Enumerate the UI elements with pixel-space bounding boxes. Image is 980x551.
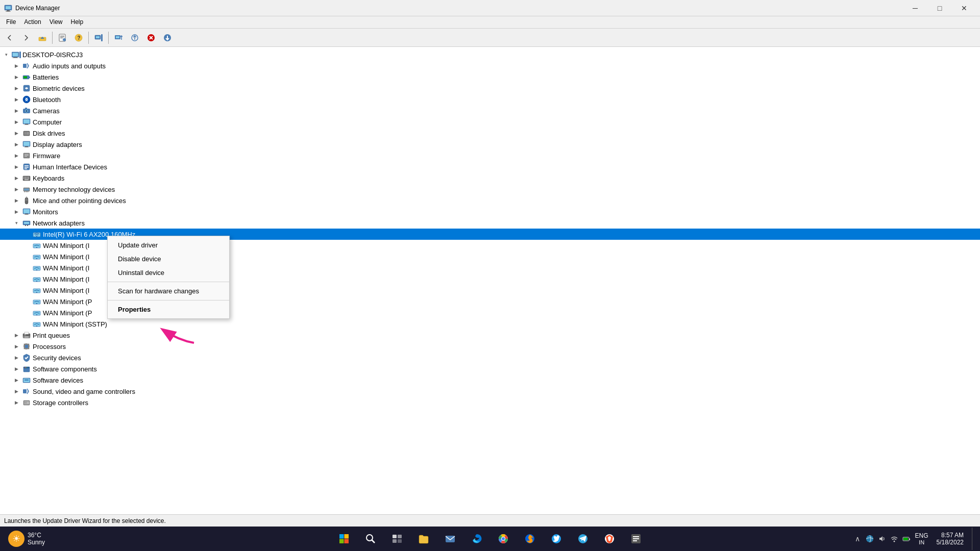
cameras-expander[interactable]: ▶ <box>12 107 20 115</box>
audio-expander[interactable]: ▶ <box>12 62 20 70</box>
context-menu-properties[interactable]: Properties <box>108 303 229 316</box>
scan-changes-button[interactable] <box>111 31 126 45</box>
mice-expander[interactable]: ▶ <box>12 196 20 205</box>
tree-item-keyboards[interactable]: ▶ Keyboards <box>0 172 980 184</box>
context-menu-disable-device[interactable]: Disable device <box>108 252 229 266</box>
tray-chevron[interactable]: ∧ <box>853 534 862 543</box>
firmware-expander[interactable]: ▶ <box>12 152 20 160</box>
clock[interactable]: 8:57 AM 5/18/2022 <box>933 530 968 548</box>
root-expander[interactable]: ▾ <box>2 51 10 59</box>
tray-wifi[interactable] <box>890 534 899 543</box>
printqueues-expander[interactable]: ▶ <box>12 331 20 339</box>
tree-item-audio[interactable]: ▶ Audio inputs and outputs <box>0 60 980 71</box>
tree-root[interactable]: ▾ DESKTOP-0ISRCJ3 <box>0 49 980 60</box>
language-indicator[interactable]: ENG IN <box>915 532 928 545</box>
tree-item-softcomponents[interactable]: ▶ Software components <box>0 363 980 374</box>
tree-item-cameras[interactable]: ▶ Cameras <box>0 105 980 116</box>
taskview-button[interactable] <box>386 528 408 550</box>
tree-item-firmware[interactable]: ▶ Firmware <box>0 150 980 161</box>
batteries-expander[interactable]: ▶ <box>12 73 20 81</box>
svg-point-129 <box>28 403 29 404</box>
update-driver-button[interactable] <box>127 31 142 45</box>
firefox-button[interactable] <box>519 528 541 550</box>
edge-button[interactable] <box>465 528 488 550</box>
tree-item-wan-sstp[interactable]: WAN Miniport (SSTP) <box>0 318 980 330</box>
menu-help[interactable]: Help <box>67 17 88 27</box>
tree-item-netadapters[interactable]: ▾ Network adapters <box>0 217 980 229</box>
help-button[interactable]: ? <box>71 31 86 45</box>
tree-item-computer[interactable]: ▶ Computer <box>0 116 980 128</box>
tree-item-security[interactable]: ▶ Security devices <box>0 352 980 363</box>
security-expander[interactable]: ▶ <box>12 354 20 362</box>
files-button[interactable] <box>412 528 435 550</box>
tree-item-display[interactable]: ▶ Display adapters <box>0 139 980 150</box>
sound-expander[interactable]: ▶ <box>12 387 20 395</box>
menu-view[interactable]: View <box>45 17 67 27</box>
properties-button[interactable]: i <box>55 31 70 45</box>
maximize-button[interactable]: □ <box>928 1 951 15</box>
tree-item-memtech[interactable]: ▶ Memory technology devices <box>0 184 980 195</box>
email-button[interactable] <box>439 528 461 550</box>
tray-battery[interactable] <box>902 534 911 543</box>
tree-item-softdevices[interactable]: ▶ Software devices <box>0 374 980 386</box>
search-button[interactable] <box>359 528 382 550</box>
tree-item-processors[interactable]: ▶ Processors <box>0 341 980 352</box>
menu-file[interactable]: File <box>2 17 20 27</box>
twitter-button[interactable] <box>545 528 568 550</box>
menu-action[interactable]: Action <box>20 17 45 27</box>
biometric-expander[interactable]: ▶ <box>12 84 20 92</box>
tree-item-mice[interactable]: ▶ Mice and other pointing devices <box>0 195 980 206</box>
bluetooth-expander[interactable]: ▶ <box>12 95 20 104</box>
tree-item-bluetooth[interactable]: ▶ Bluetooth <box>0 94 980 105</box>
softcomponents-expander[interactable]: ▶ <box>12 365 20 373</box>
netadapters-expander[interactable]: ▾ <box>12 219 20 227</box>
intel-wifi-expander[interactable] <box>22 230 31 238</box>
svg-rect-110 <box>23 346 24 347</box>
context-menu-scan-hardware[interactable]: Scan for hardware changes <box>108 284 229 298</box>
keyboards-expander[interactable]: ▶ <box>12 174 20 182</box>
show-hidden-button[interactable] <box>91 31 106 45</box>
diskdrives-expander[interactable]: ▶ <box>12 129 20 137</box>
tree-item-batteries[interactable]: ▶ Batteries <box>0 71 980 83</box>
storage-expander[interactable]: ▶ <box>12 398 20 407</box>
tray-earth[interactable] <box>865 534 874 543</box>
back-button[interactable] <box>2 31 17 45</box>
svg-point-87 <box>36 247 37 248</box>
show-desktop-button[interactable] <box>972 528 976 550</box>
tree-item-storage[interactable]: ▶ Storage controllers <box>0 397 980 408</box>
context-menu-uninstall-device[interactable]: Uninstall device <box>108 266 229 280</box>
context-menu-update-driver[interactable]: Update driver <box>108 238 229 252</box>
hid-expander[interactable]: ▶ <box>12 163 20 171</box>
display-expander[interactable]: ▶ <box>12 140 20 148</box>
close-button[interactable]: ✕ <box>952 1 976 15</box>
remove-device-button[interactable] <box>143 31 159 45</box>
computer-expander[interactable]: ▶ <box>12 118 20 126</box>
softdevices-expander[interactable]: ▶ <box>12 376 20 384</box>
tree-item-printqueues[interactable]: ▶ Print queues <box>0 330 980 341</box>
weather-widget[interactable]: ☀ 36°C Sunny <box>4 529 49 549</box>
forward-button[interactable] <box>18 31 34 45</box>
tree-item-hid[interactable]: ▶ Human Interface Devices <box>0 161 980 172</box>
tree-item-sound[interactable]: ▶ Sound, video and game controllers <box>0 386 980 397</box>
minimize-button[interactable]: ─ <box>903 1 927 15</box>
telegram-button[interactable] <box>572 528 594 550</box>
tree-item-biometric[interactable]: ▶ Biometric devices <box>0 83 980 94</box>
svg-rect-77 <box>23 209 30 213</box>
uninstall-button[interactable] <box>160 31 175 45</box>
monitors-expander[interactable]: ▶ <box>12 208 20 216</box>
tree-item-monitors[interactable]: ▶ Monitors <box>0 206 980 217</box>
chrome-button[interactable] <box>492 528 514 550</box>
mice-label: Mice and other pointing devices <box>33 197 980 205</box>
up-button[interactable] <box>35 31 50 45</box>
svg-point-31 <box>26 88 28 89</box>
processors-expander[interactable]: ▶ <box>12 342 20 350</box>
tree-item-diskdrives[interactable]: ▶ Disk drives <box>0 128 980 139</box>
tools-button[interactable] <box>625 528 647 550</box>
svg-point-91 <box>36 269 37 270</box>
device-tree[interactable]: ▾ DESKTOP-0ISRCJ3 ▶ <box>0 47 980 514</box>
start-button[interactable] <box>333 528 355 550</box>
tray-volume[interactable] <box>877 534 887 543</box>
brave-button[interactable] <box>598 528 621 550</box>
svg-rect-60 <box>25 177 26 178</box>
memtech-expander[interactable]: ▶ <box>12 185 20 193</box>
